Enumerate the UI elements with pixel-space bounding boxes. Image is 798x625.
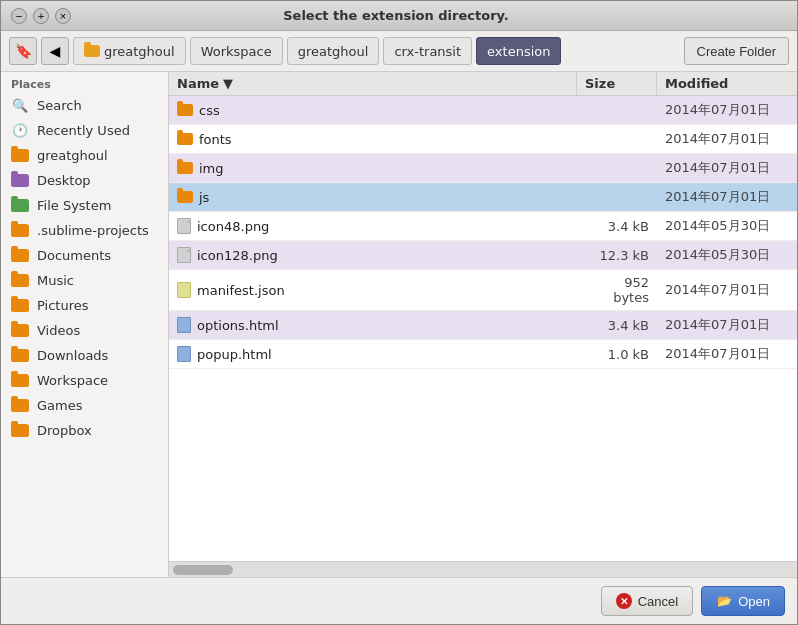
sidebar-item-desktop[interactable]: Desktop [1, 168, 168, 193]
breadcrumb-extension[interactable]: extension [476, 37, 561, 65]
file-modified-cell: 2014年07月01日 [657, 343, 797, 365]
open-button[interactable]: 📂 Open [701, 586, 785, 616]
breadcrumb-workspace[interactable]: Workspace [190, 37, 283, 65]
folder-icon [177, 104, 193, 116]
horizontal-scrollbar[interactable] [169, 561, 797, 577]
file-name-cell: fonts [169, 130, 577, 149]
file-size-cell: 12.3 kB [577, 246, 657, 265]
folder-icon [11, 174, 29, 188]
file-size-cell [577, 108, 657, 112]
sidebar-item-music[interactable]: Music [1, 268, 168, 293]
sidebar-item-label: Videos [37, 323, 80, 338]
main-area: Places 🔍 Search 🕐 Recently Used greatgho… [1, 72, 797, 577]
sidebar-item-label: Music [37, 273, 74, 288]
sidebar-item-downloads[interactable]: Downloads [1, 343, 168, 368]
file-name-cell: js [169, 188, 577, 207]
folder-icon [11, 249, 29, 263]
breadcrumb-crx-transit[interactable]: crx-transit [383, 37, 472, 65]
file-icon [177, 218, 191, 234]
sidebar-item-label: Search [37, 98, 82, 113]
sidebar-item-label: Workspace [37, 373, 108, 388]
open-folder-icon: 📂 [716, 593, 732, 609]
sidebar-item-search[interactable]: 🔍 Search [1, 93, 168, 118]
table-row[interactable]: icon48.png 3.4 kB 2014年05月30日 [169, 212, 797, 241]
file-name-cell: icon128.png [169, 245, 577, 265]
minimize-button[interactable]: − [11, 8, 27, 24]
folder-icon [11, 224, 29, 238]
file-name-cell: css [169, 101, 577, 120]
file-dialog: − + × Select the extension directory. 🔖 … [0, 0, 798, 625]
html-file-icon [177, 317, 191, 333]
file-list: css 2014年07月01日 fonts 2014年07月01日 [169, 96, 797, 561]
sidebar-item-workspace[interactable]: Workspace [1, 368, 168, 393]
file-modified-cell: 2014年07月01日 [657, 279, 797, 301]
window-controls: − + × [11, 8, 71, 24]
sidebar-item-documents[interactable]: Documents [1, 243, 168, 268]
folder-icon [177, 191, 193, 203]
cancel-button[interactable]: ✕ Cancel [601, 586, 693, 616]
bookmark-icon-button[interactable]: 🔖 [9, 37, 37, 65]
column-name[interactable]: Name ▼ [169, 72, 577, 95]
table-row[interactable]: fonts 2014年07月01日 [169, 125, 797, 154]
file-list-header: Name ▼ Size Modified [169, 72, 797, 96]
folder-icon [84, 45, 100, 57]
folder-icon [11, 149, 29, 163]
recent-icon: 🕐 [11, 124, 29, 138]
folder-icon [11, 399, 29, 413]
sidebar-item-label: .sublime-projects [37, 223, 149, 238]
table-row[interactable]: manifest.json 952 bytes 2014年07月01日 [169, 270, 797, 311]
file-modified-cell: 2014年07月01日 [657, 157, 797, 179]
table-row[interactable]: popup.html 1.0 kB 2014年07月01日 [169, 340, 797, 369]
folder-icon [177, 133, 193, 145]
sidebar-item-label: Games [37, 398, 82, 413]
back-button[interactable]: ◀ [41, 37, 69, 65]
dialog-title: Select the extension directory. [71, 8, 721, 23]
file-name-cell: popup.html [169, 344, 577, 364]
sidebar-item-label: Desktop [37, 173, 91, 188]
table-row[interactable]: js 2014年07月01日 [169, 183, 797, 212]
sidebar-item-recently-used[interactable]: 🕐 Recently Used [1, 118, 168, 143]
folder-icon [11, 324, 29, 338]
file-modified-cell: 2014年07月01日 [657, 128, 797, 150]
sidebar-item-sublime[interactable]: .sublime-projects [1, 218, 168, 243]
sidebar-item-label: greatghoul [37, 148, 108, 163]
toolbar: 🔖 ◀ greatghoul Workspace greatghoul crx-… [1, 31, 797, 72]
file-modified-cell: 2014年05月30日 [657, 244, 797, 266]
folder-icon [11, 199, 29, 213]
sidebar-item-dropbox[interactable]: Dropbox [1, 418, 168, 443]
file-name-cell: manifest.json [169, 280, 577, 300]
json-file-icon [177, 282, 191, 298]
folder-icon [11, 299, 29, 313]
sidebar-item-label: Recently Used [37, 123, 130, 138]
file-size-cell: 3.4 kB [577, 217, 657, 236]
titlebar: − + × Select the extension directory. [1, 1, 797, 31]
sidebar-item-pictures[interactable]: Pictures [1, 293, 168, 318]
table-row[interactable]: img 2014年07月01日 [169, 154, 797, 183]
create-folder-button[interactable]: Create Folder [684, 37, 789, 65]
scroll-thumb[interactable] [173, 565, 233, 575]
file-name-cell: icon48.png [169, 216, 577, 236]
table-row[interactable]: css 2014年07月01日 [169, 96, 797, 125]
sidebar-item-greatghoul[interactable]: greatghoul [1, 143, 168, 168]
breadcrumb-greatghoul[interactable]: greatghoul [73, 37, 186, 65]
breadcrumb-greatghoul2[interactable]: greatghoul [287, 37, 380, 65]
sidebar-item-videos[interactable]: Videos [1, 318, 168, 343]
sidebar-item-filesystem[interactable]: File System [1, 193, 168, 218]
file-size-cell [577, 166, 657, 170]
table-row[interactable]: icon128.png 12.3 kB 2014年05月30日 [169, 241, 797, 270]
file-size-cell: 1.0 kB [577, 345, 657, 364]
file-modified-cell: 2014年05月30日 [657, 215, 797, 237]
sidebar-item-games[interactable]: Games [1, 393, 168, 418]
search-icon: 🔍 [11, 99, 29, 113]
column-size[interactable]: Size [577, 72, 657, 95]
file-modified-cell: 2014年07月01日 [657, 314, 797, 336]
table-row[interactable]: options.html 3.4 kB 2014年07月01日 [169, 311, 797, 340]
close-button[interactable]: × [55, 8, 71, 24]
file-size-cell [577, 195, 657, 199]
file-name-cell: img [169, 159, 577, 178]
sidebar-item-label: Dropbox [37, 423, 92, 438]
maximize-button[interactable]: + [33, 8, 49, 24]
file-modified-cell: 2014年07月01日 [657, 186, 797, 208]
sidebar-item-label: File System [37, 198, 111, 213]
column-modified[interactable]: Modified [657, 72, 797, 95]
